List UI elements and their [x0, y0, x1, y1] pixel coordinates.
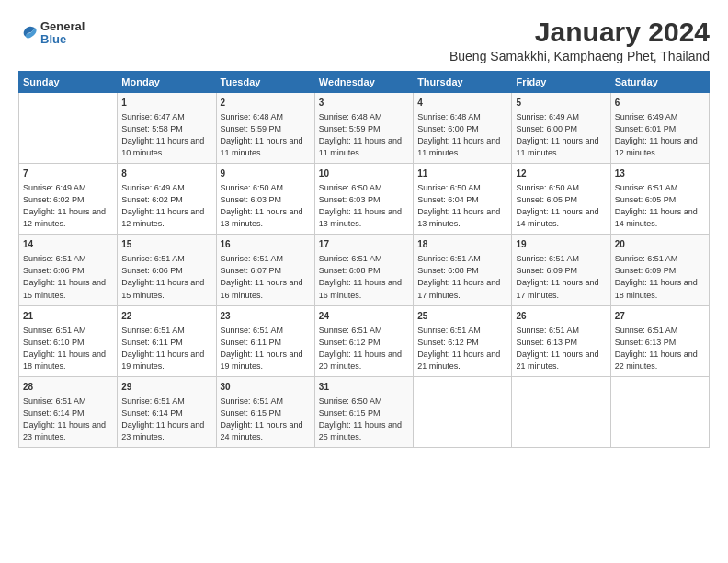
- cell-content: Sunrise: 6:49 AMSunset: 6:00 PMDaylight:…: [516, 111, 606, 159]
- calendar-row-4: 28Sunrise: 6:51 AMSunset: 6:14 PMDayligh…: [19, 376, 710, 447]
- logo-bird-icon: [20, 23, 40, 43]
- col-friday: Friday: [512, 72, 610, 93]
- date-number: 16: [221, 238, 311, 251]
- cell-content: Sunrise: 6:51 AMSunset: 6:09 PMDaylight:…: [615, 253, 705, 301]
- date-number: 8: [121, 167, 211, 180]
- date-number: 24: [319, 310, 409, 323]
- col-monday: Monday: [118, 72, 216, 93]
- calendar-row-1: 7Sunrise: 6:49 AMSunset: 6:02 PMDaylight…: [19, 164, 710, 235]
- cell-content: Sunrise: 6:50 AMSunset: 6:03 PMDaylight:…: [319, 182, 409, 230]
- calendar-cell: 20Sunrise: 6:51 AMSunset: 6:09 PMDayligh…: [610, 235, 709, 305]
- cell-content: Sunrise: 6:51 AMSunset: 6:15 PMDaylight:…: [221, 396, 311, 443]
- calendar-cell: 9Sunrise: 6:50 AMSunset: 6:03 PMDaylight…: [216, 164, 314, 235]
- date-number: 26: [516, 310, 606, 323]
- date-number: 11: [417, 167, 507, 180]
- cell-content: Sunrise: 6:51 AMSunset: 6:11 PMDaylight:…: [121, 325, 211, 373]
- sub-title: Bueng Samakkhi, Kamphaeng Phet, Thailand: [449, 49, 710, 63]
- date-number: 31: [319, 381, 409, 394]
- date-number: 3: [319, 97, 409, 109]
- calendar-cell: [610, 376, 709, 447]
- date-number: 13: [615, 167, 705, 180]
- cell-content: Sunrise: 6:51 AMSunset: 6:07 PMDaylight:…: [221, 253, 311, 301]
- cell-content: Sunrise: 6:49 AMSunset: 6:02 PMDaylight:…: [121, 182, 211, 230]
- date-number: 14: [23, 238, 113, 251]
- cell-content: Sunrise: 6:49 AMSunset: 6:01 PMDaylight:…: [615, 111, 705, 159]
- date-number: 29: [121, 381, 211, 394]
- calendar-cell: 23Sunrise: 6:51 AMSunset: 6:11 PMDayligh…: [216, 305, 314, 376]
- cell-content: Sunrise: 6:51 AMSunset: 6:14 PMDaylight:…: [23, 396, 113, 443]
- logo-general: General: [40, 20, 85, 33]
- calendar-cell: 10Sunrise: 6:50 AMSunset: 6:03 PMDayligh…: [314, 164, 413, 235]
- date-number: 9: [221, 167, 311, 180]
- calendar-cell: 11Sunrise: 6:50 AMSunset: 6:04 PMDayligh…: [414, 164, 512, 235]
- date-number: 4: [417, 97, 507, 109]
- date-number: 19: [516, 238, 606, 251]
- calendar-cell: 6Sunrise: 6:49 AMSunset: 6:01 PMDaylight…: [610, 93, 709, 164]
- calendar-cell: 15Sunrise: 6:51 AMSunset: 6:06 PMDayligh…: [118, 235, 216, 305]
- header: General Blue January 2024 Bueng Samakkhi…: [18, 17, 710, 63]
- calendar-body: 1Sunrise: 6:47 AMSunset: 5:58 PMDaylight…: [19, 93, 710, 448]
- cell-content: Sunrise: 6:51 AMSunset: 6:09 PMDaylight:…: [516, 253, 606, 301]
- cell-content: Sunrise: 6:50 AMSunset: 6:15 PMDaylight:…: [319, 396, 409, 443]
- cell-content: Sunrise: 6:50 AMSunset: 6:03 PMDaylight:…: [221, 182, 311, 230]
- cell-content: Sunrise: 6:48 AMSunset: 6:00 PMDaylight:…: [417, 111, 507, 159]
- calendar-row-3: 21Sunrise: 6:51 AMSunset: 6:10 PMDayligh…: [19, 305, 710, 376]
- calendar-cell: 26Sunrise: 6:51 AMSunset: 6:13 PMDayligh…: [512, 305, 610, 376]
- cell-content: Sunrise: 6:48 AMSunset: 5:59 PMDaylight:…: [319, 111, 409, 159]
- date-number: 27: [615, 310, 705, 323]
- calendar-cell: 21Sunrise: 6:51 AMSunset: 6:10 PMDayligh…: [19, 305, 118, 376]
- calendar-cell: 18Sunrise: 6:51 AMSunset: 6:08 PMDayligh…: [414, 235, 512, 305]
- cell-content: Sunrise: 6:51 AMSunset: 6:13 PMDaylight:…: [516, 325, 606, 373]
- cell-content: Sunrise: 6:48 AMSunset: 5:59 PMDaylight:…: [221, 111, 311, 159]
- date-number: 18: [417, 238, 507, 251]
- col-saturday: Saturday: [610, 72, 709, 93]
- calendar-cell: 2Sunrise: 6:48 AMSunset: 5:59 PMDaylight…: [216, 93, 314, 164]
- calendar-cell: 12Sunrise: 6:50 AMSunset: 6:05 PMDayligh…: [512, 164, 610, 235]
- header-row: Sunday Monday Tuesday Wednesday Thursday…: [19, 72, 710, 93]
- calendar-cell: 16Sunrise: 6:51 AMSunset: 6:07 PMDayligh…: [216, 235, 314, 305]
- calendar-cell: 27Sunrise: 6:51 AMSunset: 6:13 PMDayligh…: [610, 305, 709, 376]
- calendar-cell: 22Sunrise: 6:51 AMSunset: 6:11 PMDayligh…: [118, 305, 216, 376]
- logo-blue: Blue: [40, 33, 85, 46]
- calendar-cell: 5Sunrise: 6:49 AMSunset: 6:00 PMDaylight…: [512, 93, 610, 164]
- cell-content: Sunrise: 6:51 AMSunset: 6:12 PMDaylight:…: [319, 325, 409, 373]
- calendar-cell: 8Sunrise: 6:49 AMSunset: 6:02 PMDaylight…: [118, 164, 216, 235]
- date-number: 2: [221, 97, 311, 109]
- date-number: 25: [417, 310, 507, 323]
- col-wednesday: Wednesday: [314, 72, 413, 93]
- date-number: 7: [23, 167, 113, 180]
- date-number: 17: [319, 238, 409, 251]
- cell-content: Sunrise: 6:51 AMSunset: 6:06 PMDaylight:…: [23, 253, 113, 301]
- calendar-cell: 13Sunrise: 6:51 AMSunset: 6:05 PMDayligh…: [610, 164, 709, 235]
- date-number: 20: [615, 238, 705, 251]
- calendar-cell: 14Sunrise: 6:51 AMSunset: 6:06 PMDayligh…: [19, 235, 118, 305]
- calendar-cell: [414, 376, 512, 447]
- calendar-cell: 28Sunrise: 6:51 AMSunset: 6:14 PMDayligh…: [19, 376, 118, 447]
- calendar-cell: 4Sunrise: 6:48 AMSunset: 6:00 PMDaylight…: [414, 93, 512, 164]
- title-block: January 2024 Bueng Samakkhi, Kamphaeng P…: [449, 17, 710, 63]
- cell-content: Sunrise: 6:51 AMSunset: 6:06 PMDaylight:…: [121, 253, 211, 301]
- main-title: January 2024: [449, 17, 710, 47]
- cell-content: Sunrise: 6:51 AMSunset: 6:08 PMDaylight:…: [319, 253, 409, 301]
- col-thursday: Thursday: [414, 72, 512, 93]
- date-number: 23: [221, 310, 311, 323]
- calendar-cell: [19, 93, 118, 164]
- cell-content: Sunrise: 6:51 AMSunset: 6:10 PMDaylight:…: [23, 325, 113, 373]
- calendar-cell: 24Sunrise: 6:51 AMSunset: 6:12 PMDayligh…: [314, 305, 413, 376]
- cell-content: Sunrise: 6:51 AMSunset: 6:11 PMDaylight:…: [221, 325, 311, 373]
- date-number: 1: [121, 97, 211, 109]
- date-number: 22: [121, 310, 211, 323]
- calendar-cell: [512, 376, 610, 447]
- cell-content: Sunrise: 6:50 AMSunset: 6:05 PMDaylight:…: [516, 182, 606, 230]
- cell-content: Sunrise: 6:51 AMSunset: 6:14 PMDaylight:…: [121, 396, 211, 443]
- calendar-cell: 31Sunrise: 6:50 AMSunset: 6:15 PMDayligh…: [314, 376, 413, 447]
- date-number: 28: [23, 381, 113, 394]
- logo: General Blue: [18, 20, 85, 47]
- date-number: 10: [319, 167, 409, 180]
- page: General Blue January 2024 Bueng Samakkhi…: [0, 0, 728, 563]
- logo-text: General Blue: [40, 20, 85, 47]
- col-tuesday: Tuesday: [216, 72, 314, 93]
- calendar-cell: 25Sunrise: 6:51 AMSunset: 6:12 PMDayligh…: [414, 305, 512, 376]
- calendar-cell: 17Sunrise: 6:51 AMSunset: 6:08 PMDayligh…: [314, 235, 413, 305]
- cell-content: Sunrise: 6:51 AMSunset: 6:12 PMDaylight:…: [417, 325, 507, 373]
